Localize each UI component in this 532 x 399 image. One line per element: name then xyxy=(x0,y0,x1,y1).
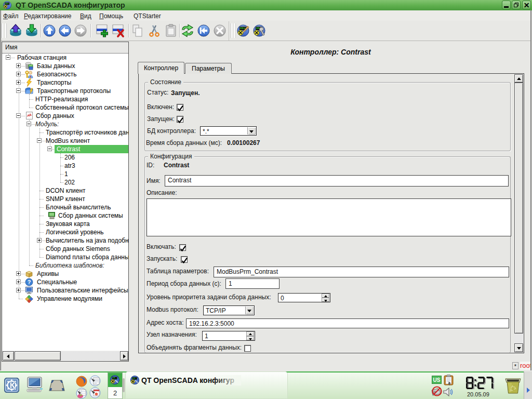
svg-text:?: ? xyxy=(28,279,31,285)
